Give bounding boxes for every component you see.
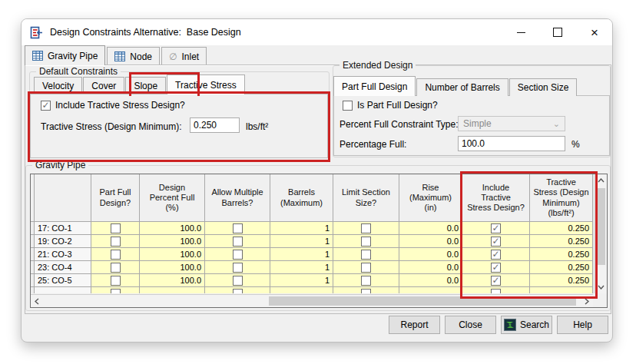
grid-cell[interactable]: 0.0 [399, 274, 462, 287]
grid-cell[interactable] [140, 287, 205, 293]
grid-cell[interactable] [91, 274, 140, 287]
grid-cell[interactable]: ✓ [462, 248, 530, 261]
tab-cover[interactable]: Cover [83, 77, 124, 94]
grid-checkbox[interactable] [111, 289, 121, 294]
tab-node[interactable]: Node [107, 47, 160, 65]
scroll-up-icon[interactable] [595, 174, 607, 187]
grid-horizontal-scrollbar[interactable] [31, 294, 593, 307]
grid-checkbox[interactable] [233, 263, 243, 273]
grid-checkbox[interactable]: ✓ [491, 237, 501, 247]
grid-cell[interactable] [205, 248, 270, 261]
grid-cell[interactable] [399, 287, 462, 293]
tab-inlet[interactable]: ∅ Inlet [161, 47, 207, 65]
scroll-right-icon[interactable] [581, 295, 593, 307]
grid-cell[interactable] [333, 287, 399, 293]
grid-cell[interactable] [91, 235, 140, 248]
grid-cell[interactable] [91, 287, 140, 293]
grid-cell[interactable] [205, 222, 270, 235]
tab-slope[interactable]: Slope [125, 77, 166, 94]
is-part-full-checkbox[interactable] [343, 101, 353, 111]
grid-cell[interactable]: ✓ [462, 274, 530, 287]
grid-cell[interactable]: 100.0 [140, 274, 205, 287]
grid-cell[interactable]: 100.0 [140, 235, 205, 248]
grid-cell[interactable]: 1 [270, 248, 333, 261]
close-button[interactable]: × [581, 22, 608, 43]
grid-checkbox[interactable] [361, 237, 371, 247]
grid-checkbox[interactable] [233, 250, 243, 260]
grid-cell[interactable] [205, 287, 270, 293]
grid-checkbox[interactable] [111, 223, 121, 233]
grid-cell[interactable] [333, 235, 399, 248]
scroll-left-icon[interactable] [31, 295, 43, 307]
minimize-button[interactable] [508, 22, 534, 43]
grid-cell[interactable]: 0.250 [530, 248, 593, 261]
grid-cell[interactable] [205, 261, 270, 274]
search-button[interactable]: Search [501, 316, 552, 334]
grid-checkbox[interactable] [361, 250, 371, 260]
title-bar[interactable]: Design Constraints Alternative: Base Des… [22, 19, 612, 45]
tab-tractive-stress[interactable]: Tractive Stress [167, 74, 245, 94]
grid-checkbox[interactable] [111, 250, 121, 260]
grid-cell[interactable] [530, 287, 593, 293]
maximize-button[interactable] [545, 22, 571, 43]
grid-checkbox[interactable] [111, 276, 121, 286]
constraint-type-dropdown[interactable]: Simple ⌄ [458, 116, 565, 131]
grid-cell[interactable]: 100.0 [140, 248, 205, 261]
grid-cell[interactable] [333, 274, 399, 287]
grid-cell[interactable] [91, 222, 140, 235]
grid-checkbox[interactable] [233, 223, 243, 233]
grid-cell[interactable]: 0.250 [530, 261, 593, 274]
grid-cell[interactable] [333, 222, 399, 235]
grid-cell[interactable]: 0.250 [530, 274, 593, 287]
grid-cell[interactable] [270, 287, 333, 293]
grid-checkbox[interactable] [361, 223, 371, 233]
percentage-full-input[interactable]: 100.0 [458, 136, 565, 151]
grid-cell[interactable]: 1 [270, 235, 333, 248]
grid-checkbox[interactable] [111, 237, 121, 247]
tab-part-full-design[interactable]: Part Full Design [333, 76, 416, 96]
grid-checkbox[interactable] [233, 276, 243, 286]
tractive-min-input[interactable]: 0.250 [190, 117, 240, 133]
grid-cell[interactable]: 1 [270, 261, 333, 274]
grid-cell[interactable]: 100.0 [140, 222, 205, 235]
grid-cell[interactable] [462, 287, 530, 293]
grid-cell[interactable]: 0.250 [530, 235, 593, 248]
report-button[interactable]: Report [389, 316, 440, 334]
grid-checkbox[interactable]: ✓ [491, 223, 501, 233]
grid-checkbox[interactable] [361, 289, 371, 294]
grid-cell[interactable] [205, 235, 270, 248]
grid-cell[interactable]: 100.0 [140, 261, 205, 274]
grid-cell[interactable]: 0.0 [399, 248, 462, 261]
grid-cell[interactable] [91, 261, 140, 274]
grid-cell[interactable]: 0.0 [399, 222, 462, 235]
grid-checkbox[interactable] [491, 289, 501, 294]
grid-cell[interactable]: 1 [270, 274, 333, 287]
grid-checkbox[interactable] [233, 289, 243, 294]
help-button[interactable]: Help [557, 316, 608, 334]
grid-cell[interactable] [91, 248, 140, 261]
tab-velocity[interactable]: Velocity [34, 77, 82, 94]
grid-checkbox[interactable]: ✓ [491, 263, 501, 273]
grid-checkbox[interactable] [111, 263, 121, 273]
tab-section-size[interactable]: Section Size [509, 78, 578, 96]
grid-checkbox[interactable] [361, 263, 371, 273]
horizontal-scroll-thumb[interactable] [269, 296, 576, 306]
grid-cell[interactable]: ✓ [462, 261, 530, 274]
grid-checkbox[interactable] [361, 276, 371, 286]
grid-cell[interactable]: 0.250 [530, 222, 593, 235]
grid-cell[interactable]: 0.0 [399, 235, 462, 248]
grid-cell[interactable] [333, 261, 399, 274]
grid-checkbox[interactable]: ✓ [491, 276, 501, 286]
grid-cell[interactable]: 1 [270, 222, 333, 235]
close-dialog-button[interactable]: Close [445, 316, 496, 334]
grid-checkbox[interactable] [233, 237, 243, 247]
vertical-scroll-thumb[interactable] [596, 188, 605, 265]
tab-gravity-pipe[interactable]: Gravity Pipe [25, 45, 105, 65]
grid-cell[interactable]: ✓ [462, 222, 530, 235]
grid-cell[interactable] [205, 274, 270, 287]
grid-vertical-scrollbar[interactable] [594, 174, 607, 293]
grid-checkbox[interactable]: ✓ [491, 250, 501, 260]
include-tractive-checkbox[interactable]: ✓ [41, 101, 51, 111]
scroll-down-icon[interactable] [595, 281, 607, 293]
grid-cell[interactable] [333, 248, 399, 261]
